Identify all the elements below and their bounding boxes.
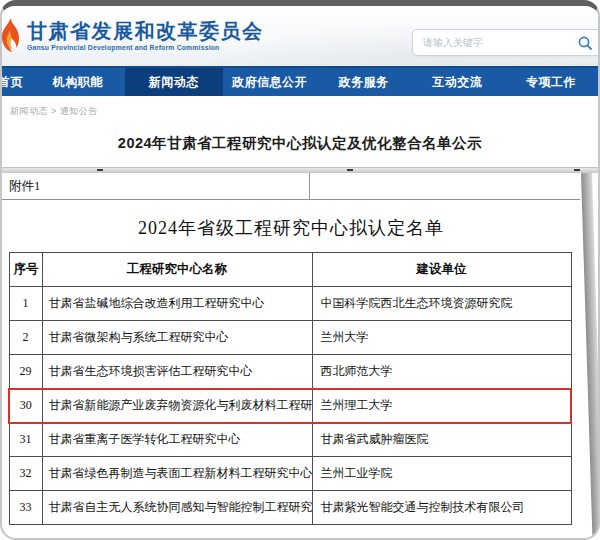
cell-no: 30 (9, 389, 42, 423)
search-input[interactable] (413, 37, 600, 48)
col-header-unit: 建设单位 (312, 253, 571, 287)
table-row: 30甘肃省新能源产业废弃物资源化与利废材料工程研究中心兰州理工大学 (9, 389, 571, 423)
site-logo[interactable]: 甘肃省发展和改革委员会 Gansu Provincial Development… (2, 16, 264, 54)
table-row: 1甘肃省盐碱地综合改造利用工程研究中心中国科学院西北生态环境资源研究院 (9, 287, 571, 321)
nav-item-5[interactable]: 互动交流 (410, 68, 504, 96)
cell-name: 甘肃省重离子医学转化工程研究中心 (42, 423, 312, 457)
cell-unit: 西北师范大学 (312, 355, 571, 389)
flame-logo-icon (0, 16, 23, 54)
cell-no: 31 (9, 423, 42, 457)
attachment-label-row: 附件1 (2, 173, 580, 200)
cell-name: 甘肃省自主无人系统协同感知与智能控制工程研究中心 (42, 491, 312, 525)
cell-no: 1 (9, 287, 42, 321)
table-row: 2甘肃省微架构与系统工程研究中心兰州大学 (9, 321, 571, 355)
nav-item-6[interactable]: 专项工作 (504, 68, 598, 96)
col-header-no: 序号 (9, 253, 42, 287)
site-title: 甘肃省发展和改革委员会 (27, 20, 264, 42)
cell-no: 2 (9, 321, 42, 355)
cell-unit: 兰州工业学院 (312, 457, 571, 491)
cell-name: 甘肃省绿色再制造与表面工程新材料工程研究中心 (42, 457, 312, 491)
nav-item-3[interactable]: 政府信息公开 (223, 68, 317, 96)
main-nav: 首页机构职能新闻动态政府信息公开政务服务互动交流专项工作 (2, 66, 598, 96)
document-page-edge (581, 173, 600, 540)
grid-line (309, 173, 310, 199)
site-header: 甘肃省发展和改革委员会 Gansu Provincial Development… (2, 6, 598, 66)
cell-no: 29 (9, 355, 42, 389)
attachment-document: 附件1 2024年省级工程研究中心拟认定名单 序号 工程研究中心名称 建设单位 … (2, 173, 598, 525)
cell-unit: 甘肃紫光智能交通与控制技术有限公司 (312, 491, 571, 525)
table-header-row: 序号 工程研究中心名称 建设单位 (9, 253, 571, 287)
document-title: 2024年省级工程研究中心拟认定名单 (2, 200, 580, 252)
table-row: 29甘肃省生态环境损害评估工程研究中心西北师范大学 (9, 355, 571, 389)
cell-unit: 甘肃省武威肿瘤医院 (312, 423, 571, 457)
divider-tick (574, 169, 580, 171)
cell-name: 甘肃省盐碱地综合改造利用工程研究中心 (42, 287, 312, 321)
nav-item-4[interactable]: 政务服务 (316, 68, 410, 96)
nav-item-2[interactable]: 新闻动态 (125, 68, 223, 96)
cell-no: 32 (9, 457, 42, 491)
search-box (412, 29, 600, 56)
cell-unit: 兰州理工大学 (312, 389, 571, 423)
table-row: 32甘肃省绿色再制造与表面工程新材料工程研究中心兰州工业学院 (9, 457, 571, 491)
cell-unit: 兰州大学 (312, 321, 571, 355)
nav-item-1[interactable]: 机构职能 (31, 68, 125, 96)
page-title: 2024年甘肃省工程研究中心拟认定及优化整合名单公示 (2, 134, 598, 153)
divider-tick (97, 169, 103, 171)
cell-name: 甘肃省生态环境损害评估工程研究中心 (42, 355, 312, 389)
table-row: 31甘肃省重离子医学转化工程研究中心甘肃省武威肿瘤医院 (9, 423, 571, 457)
site-subtitle: Gansu Provincial Development and Reform … (27, 44, 264, 51)
cell-unit: 中国科学院西北生态环境资源研究院 (312, 287, 571, 321)
cell-name: 甘肃省微架构与系统工程研究中心 (42, 321, 312, 355)
col-header-name: 工程研究中心名称 (42, 253, 312, 287)
cell-name: 甘肃省新能源产业废弃物资源化与利废材料工程研究中心 (42, 389, 312, 423)
cell-no: 33 (9, 491, 42, 525)
logo-text: 甘肃省发展和改革委员会 Gansu Provincial Development… (27, 20, 264, 51)
search-icon[interactable] (577, 35, 593, 51)
table-row: 33甘肃省自主无人系统协同感知与智能控制工程研究中心甘肃紫光智能交通与控制技术有… (9, 491, 571, 525)
table-body: 1甘肃省盐碱地综合改造利用工程研究中心中国科学院西北生态环境资源研究院2甘肃省微… (9, 287, 571, 525)
divider-tick (347, 169, 353, 171)
nav-item-0[interactable]: 首页 (0, 68, 31, 96)
recognition-table: 序号 工程研究中心名称 建设单位 1甘肃省盐碱地综合改造利用工程研究中心中国科学… (8, 252, 572, 525)
browser-screenshot-frame: 甘肃省发展和改革委员会 Gansu Provincial Development… (0, 0, 600, 540)
breadcrumb[interactable]: 新闻动态 > 通知公告 (2, 96, 598, 118)
attachment-label: 附件1 (9, 179, 40, 193)
